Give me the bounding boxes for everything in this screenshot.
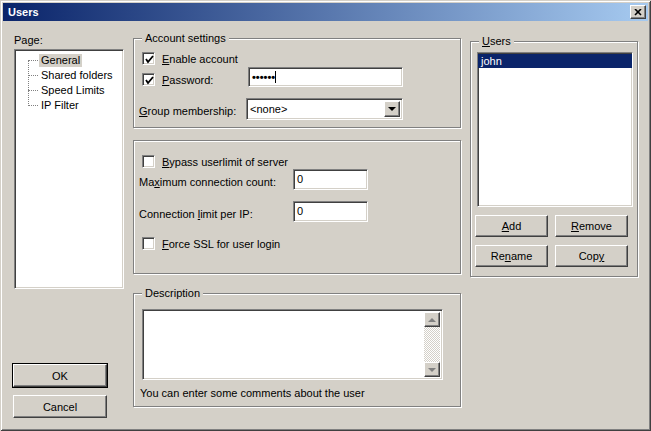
add-button[interactable]: Add — [475, 215, 548, 237]
close-icon — [634, 9, 642, 16]
remove-button[interactable]: Remove — [555, 215, 628, 237]
text-cursor — [275, 71, 276, 83]
rename-button-label: Rename — [491, 250, 533, 262]
chevron-down-icon — [388, 107, 396, 115]
page-item-ip-filter[interactable]: IP Filter — [15, 98, 123, 113]
remove-button-label: Remove — [571, 220, 612, 232]
tree-item-label: Shared folders — [39, 69, 115, 82]
window-title: Users — [8, 6, 39, 18]
group-membership-value: <none> — [250, 102, 287, 116]
cancel-button-label: Cancel — [43, 401, 77, 413]
bypass-userlimit-checkbox[interactable] — [142, 155, 155, 168]
users-group-title: Users — [479, 34, 514, 48]
tree-item-label: IP Filter — [39, 99, 81, 112]
account-settings-title: Account settings — [142, 31, 229, 45]
close-button[interactable] — [630, 5, 646, 19]
tree-item-label: General — [39, 54, 82, 67]
max-connection-label: Maximum connection count: — [139, 175, 276, 189]
connection-limit-ip-input[interactable]: 0 — [293, 201, 368, 222]
bypass-userlimit-label: Bypass userlimit of server — [162, 155, 288, 169]
checkmark-icon — [144, 54, 155, 65]
rename-button[interactable]: Rename — [475, 245, 548, 267]
enable-account-label: Enable account — [162, 52, 238, 66]
scroll-up-button[interactable] — [424, 312, 440, 327]
scroll-down-button[interactable] — [424, 362, 440, 377]
copy-button[interactable]: Copy — [555, 245, 628, 267]
add-button-label: Add — [502, 220, 522, 232]
user-list-item[interactable]: john — [478, 54, 632, 68]
page-item-speed-limits[interactable]: Speed Limits — [15, 83, 123, 98]
description-textarea[interactable] — [142, 309, 443, 380]
max-connection-input[interactable]: 0 — [293, 169, 368, 190]
arrow-down-icon — [428, 368, 436, 376]
group-membership-label: Group membership: — [139, 104, 236, 118]
force-ssl-label: Force SSL for user login — [162, 237, 280, 251]
users-list[interactable]: john — [477, 52, 633, 207]
password-checkbox[interactable] — [142, 73, 155, 86]
page-tree[interactable]: General Shared folders Speed Limits IP F… — [14, 49, 124, 289]
page-item-general[interactable]: General — [15, 53, 123, 68]
password-label: Password: — [162, 73, 213, 87]
ok-button[interactable]: OK — [13, 364, 107, 387]
password-input[interactable]: •••••• — [248, 67, 403, 87]
connection-limit-ip-label: Connection limit per IP: — [139, 207, 253, 221]
arrow-up-icon — [428, 314, 436, 322]
cancel-button[interactable]: Cancel — [13, 395, 107, 418]
combo-dropdown-button[interactable] — [384, 101, 400, 117]
titlebar[interactable]: Users — [3, 3, 648, 21]
enable-account-checkbox[interactable] — [142, 52, 155, 65]
page-label: Page: — [14, 33, 43, 47]
vertical-scrollbar[interactable] — [424, 312, 440, 377]
user-name: john — [481, 55, 502, 67]
ok-button-label: OK — [52, 370, 68, 382]
group-membership-select[interactable]: <none> — [246, 98, 403, 120]
page-item-shared-folders[interactable]: Shared folders — [15, 68, 123, 83]
users-dialog: Users Page: General Shared folders Speed… — [0, 0, 651, 431]
tree-item-label: Speed Limits — [39, 84, 107, 97]
description-hint: You can enter some comments about the us… — [140, 386, 365, 400]
force-ssl-checkbox[interactable] — [142, 237, 155, 250]
description-title: Description — [142, 286, 203, 300]
copy-button-label: Copy — [579, 250, 605, 262]
checkmark-icon — [144, 75, 155, 86]
